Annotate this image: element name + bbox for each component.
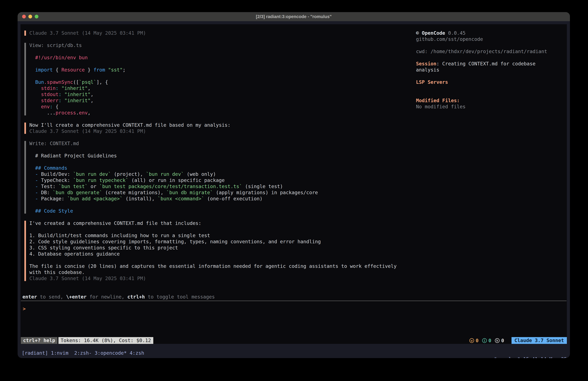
assistant-message-block: I've created a comprehensive CONTEXT.md … — [21, 220, 415, 282]
text-segment: `bun test packages/core/test/transaction… — [99, 183, 242, 189]
assistant-message-block: Claude 3.7 Sonnet (14 May 2025 03:41 PM) — [21, 30, 415, 36]
text-line: #!/usr/bin/env bun — [29, 55, 415, 61]
text-line: stderr: "inherit", — [29, 97, 415, 104]
text-line: ...process.env, — [29, 110, 415, 116]
text-segment: github.com/sst/opencode — [416, 36, 483, 42]
text-segment: TypeCheck: — [41, 178, 73, 183]
tool-output-block: View: script/db.ts #!/usr/bin/env bun im… — [21, 42, 415, 116]
text-line: View: script/db.ts — [29, 42, 415, 48]
block-accent-bar — [24, 123, 26, 134]
tool-output-block: Write: CONTEXT.md # Radiant Project Guid… — [21, 140, 415, 214]
text-segment: import — [35, 67, 53, 73]
text-segment: "inherit" — [62, 85, 88, 91]
text-line — [416, 55, 567, 61]
text-line — [29, 61, 415, 67]
text-segment: #!/usr/bin/env bun — [29, 55, 88, 60]
text-segment: `bun test` — [59, 183, 88, 189]
titlebar: [2/3] radiant:3:opencode - "romulus" — [18, 12, 570, 21]
text-line: cwd: /home/thdxr/dev/projects/radiant/ra… — [416, 48, 567, 55]
text-line: 3. CSS styling conventions specific to t… — [29, 245, 415, 251]
text-segment: - — [29, 178, 41, 183]
composer-input[interactable]: > — [23, 306, 563, 312]
text-line — [416, 73, 567, 79]
text-line — [29, 226, 415, 232]
text-segment: } — [85, 67, 93, 73]
text-line: Now I'll create a comprehensive CONTEXT.… — [29, 122, 415, 128]
text-segment: - — [29, 171, 41, 177]
text-line — [29, 147, 415, 153]
text-segment: Claude 3.7 Sonnet (14 May 2025 03:41 PM) — [29, 128, 146, 134]
text-line: ## Commands — [29, 165, 415, 171]
tokens-cost-chip: Tokens: 16.4K (8%), Cost: $0.12 — [58, 337, 153, 344]
text-segment: env — [41, 104, 50, 110]
tmux-session-windows: [radiant] 1:nvim 2:zsh- 3:opencode* 4:zs… — [22, 350, 144, 356]
text-segment: Test: — [41, 183, 58, 189]
text-segment: { — [53, 67, 62, 73]
tmux-status-bar: [radiant] 1:nvim 2:zsh- 3:opencode* 4:zs… — [21, 344, 567, 350]
text-line: Claude 3.7 Sonnet (14 May 2025 03:41 PM) — [29, 128, 415, 134]
text-line: import { Resource } from "sst"; — [29, 67, 415, 73]
text-segment: View: script/db.ts — [29, 43, 82, 48]
counters: w0i0h0 — [469, 338, 508, 343]
text-segment: .spawnSync — [44, 79, 73, 85]
web-counter: w0 — [469, 338, 479, 343]
text-segment: - — [29, 190, 41, 195]
text-line — [29, 257, 415, 263]
counter-value: 0 — [476, 338, 479, 343]
text-segment: `psql` — [79, 79, 96, 85]
session-info-panel: © OpenCode 0.0.45github.com/sst/opencode… — [416, 30, 567, 110]
text-line — [29, 48, 415, 55]
text-line: LSP Servers — [416, 79, 567, 85]
text-segment: (single test) — [242, 183, 283, 189]
text-segment: env — [79, 110, 88, 116]
composer-divider — [21, 301, 567, 301]
text-segment: - — [29, 183, 41, 189]
text-segment: , — [88, 110, 90, 116]
text-segment: or — [88, 183, 99, 189]
text-segment: `bunx <command>` — [158, 196, 204, 202]
text-line: © OpenCode 0.0.45 — [416, 30, 567, 36]
text-segment: - — [29, 196, 41, 202]
text-segment — [59, 85, 62, 91]
text-segment: DB: — [41, 190, 53, 195]
text-line: No modified files — [416, 104, 567, 110]
model-badge: Claude 3.7 Sonnet — [511, 337, 567, 344]
text-segment: ], { — [96, 79, 108, 85]
text-segment: (create migrations), — [102, 190, 166, 195]
text-segment: `bun db generate` — [53, 190, 102, 195]
text-segment — [62, 91, 64, 97]
text-line: analysis — [416, 67, 567, 73]
hint-counter: h0 — [495, 338, 504, 343]
text-line: stdout: "inherit", — [29, 91, 415, 97]
assistant-message-block: Now I'll create a comprehensive CONTEXT.… — [21, 122, 415, 134]
i-circle-icon: i — [482, 338, 487, 343]
window-title: [2/3] radiant:3:opencode - "romulus" — [18, 12, 570, 21]
text-segment: `bun run dev` — [146, 171, 184, 177]
tmux-host-clock: "romulus" 15:41 14-May-25 — [494, 356, 567, 358]
text-segment: (project), — [111, 171, 146, 177]
text-segment: © OpenCode — [416, 30, 445, 36]
text-segment — [29, 91, 41, 97]
text-line: env: { — [29, 104, 415, 110]
hint-segment: ctrl+h — [127, 294, 145, 300]
text-segment: 0.0.45 — [445, 30, 465, 36]
text-segment: # Radiant Project Guidelines — [29, 153, 117, 158]
text-segment: LSP Servers — [416, 79, 448, 85]
text-line: with this codebase. — [29, 269, 415, 275]
hint-segment: for newline, — [86, 294, 127, 300]
text-segment: "inherit" — [64, 98, 91, 103]
text-line: 1. Build/lint/test commands including ho… — [29, 232, 415, 239]
text-segment: Bun — [35, 79, 44, 85]
text-segment: , — [90, 98, 93, 103]
keybinding-hints: enter to send, \+enter for newline, ctrl… — [22, 294, 215, 300]
text-segment: "sst" — [108, 67, 123, 73]
text-line: Modified Files: — [416, 97, 567, 104]
counter-value: 0 — [488, 338, 491, 343]
w-circle-icon: w — [469, 338, 474, 343]
text-line: - DB: `bun db generate` (create migratio… — [29, 190, 415, 196]
hint-segment: to send, — [37, 294, 66, 300]
text-segment: 4. Database operations guidance — [29, 251, 120, 257]
h-circle-icon: h — [495, 338, 500, 343]
text-line: - Package: `bun add <package>` (install)… — [29, 196, 415, 202]
text-segment: process — [56, 110, 76, 116]
